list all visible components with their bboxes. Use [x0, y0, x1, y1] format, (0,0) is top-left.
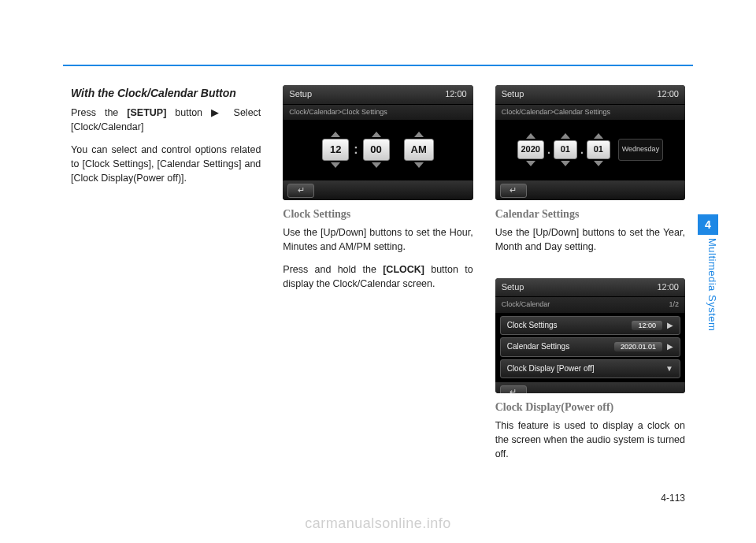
- breadcrumb-text: Clock/Calendar: [502, 300, 550, 308]
- arrow-up-icon: [561, 133, 570, 139]
- row-label: Clock Settings: [507, 320, 558, 332]
- chapter-tab: 4: [698, 214, 718, 235]
- device-titlebar: Setup 12:00: [495, 85, 685, 104]
- calendar-settings-screenshot: Setup 12:00 Clock/Calendar>Calendar Sett…: [495, 85, 685, 200]
- list-row-clock-display[interactable]: Clock Display [Power off] ▼: [500, 359, 680, 379]
- col1-para1: Press the [SETUP] button ▶ Select [Clock…: [71, 106, 261, 134]
- chapter-label: Multimedia System: [706, 238, 718, 331]
- clock-para1: Use the [Up/Down] buttons to set the Hou…: [283, 225, 472, 254]
- list-row-calendar-settings[interactable]: Calendar Settings 2020.01.01▶: [500, 337, 680, 357]
- hour-value: 12: [322, 139, 349, 162]
- arrow-down-icon: [414, 162, 424, 168]
- setup-button-ref: [SETUP]: [127, 107, 166, 118]
- day-value: 01: [587, 140, 610, 159]
- colon-separator: :: [354, 140, 358, 158]
- col1-para2: You can select and control options relat…: [71, 143, 261, 185]
- weekday-label: Wednesday: [618, 139, 663, 160]
- back-button[interactable]: ↵: [287, 184, 314, 198]
- chevron-right-icon: ▶: [667, 321, 673, 329]
- page-number: 4-113: [661, 493, 685, 504]
- column-3: Setup 12:00 Clock/Calendar>Calendar Sett…: [495, 85, 685, 469]
- device-footer: ↵: [495, 381, 685, 393]
- arrow-up-icon: [526, 133, 536, 139]
- device-footer: ↵: [495, 180, 685, 200]
- arrow-up-icon: [594, 133, 603, 139]
- row-label: Clock Display [Power off]: [507, 363, 595, 375]
- arrow-down-icon: [372, 162, 381, 168]
- list-row-clock-settings[interactable]: Clock Settings 12:00▶: [500, 316, 680, 336]
- arrow-down-icon: [594, 161, 603, 166]
- month-spinner[interactable]: 01: [554, 132, 577, 168]
- text: Press and hold the: [283, 264, 383, 275]
- hour-spinner[interactable]: 12: [322, 130, 349, 170]
- column-1: With the Clock/Calendar Button Press the…: [71, 85, 261, 469]
- clock-display-heading: Clock Display(Power off): [495, 400, 685, 415]
- clock-para2: Press and hold the [CLOCK] button to dis…: [283, 262, 472, 291]
- dot-separator: .: [547, 142, 550, 158]
- device-footer: ↵: [283, 180, 472, 200]
- device-breadcrumb: Clock/Calendar 1/2: [495, 296, 685, 312]
- back-button[interactable]: ↵: [500, 184, 527, 198]
- clock-button-ref: [CLOCK]: [383, 264, 424, 275]
- clock-display-para1: This feature is used to display a clock …: [495, 418, 685, 461]
- year-value: 2020: [517, 140, 544, 159]
- top-divider: [63, 65, 693, 66]
- arrow-down-icon: [331, 162, 340, 168]
- arrow-up-icon: [414, 132, 424, 137]
- column-2: Setup 12:00 Clock/Calendar>Clock Setting…: [283, 85, 472, 469]
- watermark: carmanualsonline.info: [0, 515, 756, 532]
- device-body: 2020 . 01 . 01 Wednesday: [495, 120, 685, 180]
- pager: 1/2: [669, 299, 679, 310]
- content-columns: With the Clock/Calendar Button Press the…: [71, 85, 685, 469]
- clock-calendar-list-screenshot: Setup 12:00 Clock/Calendar 1/2 Clock Set…: [495, 278, 685, 393]
- device-time: 12:00: [445, 88, 467, 101]
- arrow-up-icon: [372, 132, 381, 137]
- row-value: 12:00: [632, 321, 662, 330]
- row-label: Calendar Settings: [507, 341, 570, 353]
- back-button[interactable]: ↵: [500, 385, 527, 393]
- dot-separator: .: [580, 142, 584, 158]
- minute-value: 00: [363, 139, 390, 162]
- device-body: 12 : 00 AM: [283, 120, 472, 180]
- device-titlebar: Setup 12:00: [283, 85, 472, 104]
- year-spinner[interactable]: 2020: [517, 132, 544, 168]
- device-listbody: Clock Settings 12:00▶ Calendar Settings …: [495, 313, 685, 382]
- device-time: 12:00: [657, 281, 679, 294]
- device-title: Setup: [502, 281, 524, 294]
- month-value: 01: [554, 140, 577, 159]
- row-value: 2020.01.01: [614, 342, 662, 351]
- calendar-para1: Use the [Up/Down] buttons to set the Yea…: [495, 225, 685, 254]
- device-title: Setup: [289, 88, 312, 101]
- device-time: 12:00: [657, 88, 679, 101]
- chapter-number: 4: [705, 218, 711, 231]
- minute-spinner[interactable]: 00: [363, 130, 390, 170]
- arrow-up-icon: [331, 132, 340, 137]
- day-spinner[interactable]: 01: [587, 132, 610, 168]
- calendar-settings-heading: Calendar Settings: [495, 206, 685, 222]
- device-title: Setup: [502, 88, 524, 101]
- arrow-down-icon: [561, 161, 570, 166]
- chevron-right-icon: ▶: [667, 342, 673, 351]
- section-title: With the Clock/Calendar Button: [71, 85, 261, 101]
- text: Press the: [71, 107, 127, 118]
- device-breadcrumb: Clock/Calendar>Clock Settings: [283, 104, 472, 120]
- device-titlebar: Setup 12:00: [495, 278, 685, 297]
- clock-settings-screenshot: Setup 12:00 Clock/Calendar>Clock Setting…: [283, 85, 472, 200]
- ampm-spinner[interactable]: AM: [404, 130, 434, 170]
- chevron-down-icon: ▼: [665, 363, 673, 375]
- ampm-value: AM: [404, 139, 434, 162]
- device-breadcrumb: Clock/Calendar>Calendar Settings: [495, 104, 685, 120]
- arrow-down-icon: [526, 161, 536, 166]
- clock-settings-heading: Clock Settings: [283, 206, 472, 222]
